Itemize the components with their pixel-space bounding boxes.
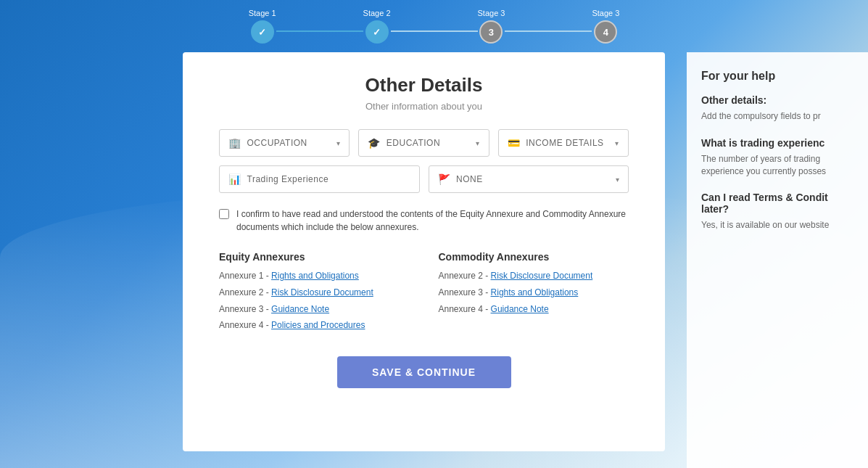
commodity-rights-link[interactable]: Rights and Obligations: [491, 287, 579, 297]
occupation-label: OCCUPATION: [247, 138, 331, 148]
card-subtitle: Other information about you: [219, 101, 629, 112]
none-icon: 🚩: [438, 173, 451, 185]
equity-annexure-2-prefix: Annexure 2 -: [219, 287, 271, 297]
stage-3a-circle: 3: [479, 20, 503, 44]
commodity-risk-link[interactable]: Risk Disclosure Document: [491, 271, 593, 281]
none-dropdown-arrow: ▾: [616, 176, 620, 184]
equity-rights-link[interactable]: Rights and Obligations: [271, 271, 359, 281]
stage-2-circle: ✓: [365, 20, 389, 44]
income-dropdown-arrow: ▾: [615, 139, 619, 147]
stage-3b-item: Stage 3 4: [592, 9, 619, 44]
equity-title: Equity Annexures: [219, 251, 410, 263]
stage-2-item: Stage 2 ✓: [363, 9, 391, 44]
trading-icon: 📊: [228, 173, 241, 185]
sidebar-section-2-text: Yes, it is available on our website: [701, 219, 853, 231]
equity-guidance-link[interactable]: Guidance Note: [271, 304, 329, 314]
occupation-field[interactable]: 🏢 OCCUPATION ▾: [219, 129, 350, 157]
form-row-2: 📊 Trading Experience 🚩 NONE ▾: [219, 165, 629, 193]
progress-bar: Stage 1 ✓ Stage 2 ✓ Stage 3 3 Stage 3 4: [0, 0, 868, 49]
confirm-text: I confirm to have read and understood th…: [236, 208, 629, 234]
right-sidebar: For your help Other details: Add the com…: [687, 52, 868, 468]
annexures-row: Equity Annexures Annexure 1 - Rights and…: [219, 251, 629, 336]
income-icon: 💳: [508, 137, 521, 149]
sidebar-section-1-title: What is trading experienc: [701, 137, 853, 149]
stage-1-label: Stage 1: [249, 9, 276, 17]
sidebar-section-0-title: Other details:: [701, 94, 853, 106]
occupation-dropdown-arrow: ▾: [336, 139, 341, 147]
stage-line-3: [505, 30, 592, 32]
sidebar-section-1-text: The number of years of trading experienc…: [701, 153, 853, 178]
equity-annexure-1-prefix: Annexure 1 -: [219, 271, 271, 281]
sidebar-section-1: What is trading experienc The number of …: [701, 137, 853, 178]
form-row-1: 🏢 OCCUPATION ▾ 🎓 EDUCATION ▾ 💳 INCOME DE…: [219, 129, 629, 157]
equity-annexure-4-prefix: Annexure 4 -: [219, 320, 271, 330]
sidebar-section-0-text: Add the compulsory fields to pr: [701, 110, 853, 123]
sidebar-section-0: Other details: Add the compulsory fields…: [701, 94, 853, 123]
none-field[interactable]: 🚩 NONE ▾: [429, 165, 629, 193]
main-card: Other Details Other information about yo…: [183, 52, 665, 451]
stage-3a-item: Stage 3 3: [478, 9, 505, 44]
education-label: EDUCATION: [387, 138, 470, 148]
equity-annexure-2: Annexure 2 - Risk Disclosure Document: [219, 287, 410, 299]
commodity-annexure-4-prefix: Annexure 4 -: [439, 304, 491, 314]
education-icon: 🎓: [368, 137, 381, 149]
commodity-annexure-3: Annexure 3 - Rights and Obligations: [439, 287, 629, 299]
equity-annexures-col: Equity Annexures Annexure 1 - Rights and…: [219, 251, 410, 336]
stage-3b-circle: 4: [594, 20, 617, 44]
stage-2-label: Stage 2: [363, 9, 391, 17]
sidebar-section-2: Can I read Terms & Condit later? Yes, it…: [701, 192, 853, 231]
confirm-checkbox[interactable]: [219, 209, 229, 219]
stage-container: Stage 1 ✓ Stage 2 ✓ Stage 3 3 Stage 3 4: [249, 9, 620, 44]
card-title: Other Details: [219, 74, 629, 97]
stage-line-1: [276, 30, 363, 32]
occupation-icon: 🏢: [228, 137, 241, 149]
none-label: NONE: [456, 174, 610, 184]
commodity-title: Commodity Annexures: [439, 251, 629, 263]
trading-label: Trading Experience: [247, 174, 410, 184]
equity-annexure-4: Annexure 4 - Policies and Procedures: [219, 319, 410, 332]
save-continue-button[interactable]: SAVE & CONTINUE: [337, 356, 511, 388]
equity-annexure-3: Annexure 3 - Guidance Note: [219, 303, 410, 316]
confirm-checkbox-area: I confirm to have read and understood th…: [219, 208, 629, 234]
equity-annexure-1: Annexure 1 - Rights and Obligations: [219, 270, 410, 282]
income-details-field[interactable]: 💳 INCOME DETAILS ▾: [498, 129, 629, 157]
commodity-annexure-2-prefix: Annexure 2 -: [439, 271, 491, 281]
sidebar-title: For your help: [701, 70, 853, 83]
stage-3a-label: Stage 3: [478, 9, 505, 17]
education-field[interactable]: 🎓 EDUCATION ▾: [358, 129, 489, 157]
stage-line-2: [391, 30, 478, 32]
stage-3b-label: Stage 3: [592, 9, 619, 17]
commodity-annexure-2: Annexure 2 - Risk Disclosure Document: [439, 270, 629, 282]
education-dropdown-arrow: ▾: [476, 139, 480, 147]
income-label: INCOME DETAILS: [526, 138, 609, 148]
equity-annexure-3-prefix: Annexure 3 -: [219, 304, 271, 314]
equity-risk-link[interactable]: Risk Disclosure Document: [271, 287, 373, 297]
commodity-guidance-link[interactable]: Guidance Note: [491, 304, 549, 314]
equity-policies-link[interactable]: Policies and Procedures: [271, 320, 365, 330]
sidebar-section-2-title: Can I read Terms & Condit later?: [701, 192, 853, 215]
commodity-annexure-4: Annexure 4 - Guidance Note: [439, 303, 629, 316]
stage-1-circle: ✓: [251, 20, 274, 44]
trading-experience-field[interactable]: 📊 Trading Experience: [219, 165, 420, 193]
commodity-annexure-3-prefix: Annexure 3 -: [439, 287, 491, 297]
stage-1-item: Stage 1 ✓: [249, 9, 276, 44]
commodity-annexures-col: Commodity Annexures Annexure 2 - Risk Di…: [439, 251, 629, 336]
